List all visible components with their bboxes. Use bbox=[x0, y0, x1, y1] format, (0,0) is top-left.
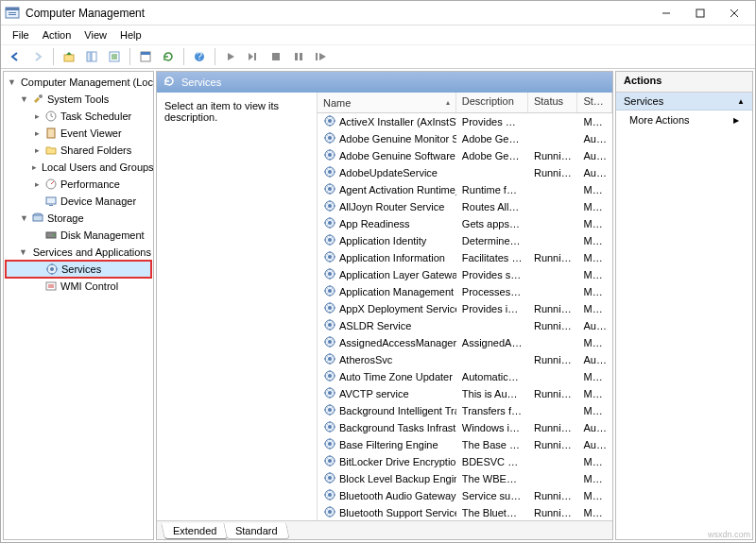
service-row[interactable]: App ReadinessGets apps re...Manu bbox=[318, 215, 612, 232]
actions-section-label: Services bbox=[624, 95, 663, 107]
column-name[interactable]: Name ▴ bbox=[318, 93, 456, 112]
tree-root-computer-management[interactable]: ▼ Computer Management (Local) bbox=[6, 74, 151, 91]
service-row[interactable]: ActiveX Installer (AxInstSV)Provides Use… bbox=[318, 113, 612, 130]
gear-icon bbox=[323, 182, 336, 197]
tree-system-tools[interactable]: ▼ System Tools bbox=[6, 91, 151, 108]
tree-wmi-control[interactable]: WMI Control bbox=[6, 278, 151, 295]
tab-extended[interactable]: Extended bbox=[161, 523, 229, 539]
maximize-button[interactable] bbox=[683, 2, 717, 25]
back-button[interactable] bbox=[5, 46, 26, 67]
service-startup: Autor bbox=[577, 150, 612, 161]
minimize-button[interactable] bbox=[649, 2, 683, 25]
navigation-tree[interactable]: ▼ Computer Management (Local) ▼ System T… bbox=[3, 71, 154, 540]
service-row[interactable]: ASLDR ServiceRunningAutor bbox=[318, 317, 612, 334]
service-row[interactable]: Background Tasks Infrastruc...Windows in… bbox=[318, 419, 612, 436]
actions-section[interactable]: Services ▲ bbox=[616, 93, 752, 110]
service-status: Running bbox=[528, 388, 578, 399]
svg-rect-3 bbox=[9, 14, 16, 15]
expand-icon[interactable]: ▸ bbox=[32, 145, 43, 156]
tree-label: Device Manager bbox=[60, 195, 136, 207]
service-row[interactable]: AVCTP serviceThis is Audio...RunningManu bbox=[318, 385, 612, 402]
service-row[interactable]: Application InformationFacilitates th...… bbox=[318, 249, 612, 266]
collapse-icon[interactable]: ▼ bbox=[19, 213, 29, 224]
refresh-icon[interactable] bbox=[163, 75, 176, 90]
services-list[interactable]: ActiveX Installer (AxInstSV)Provides Use… bbox=[318, 113, 612, 520]
details-title: Services bbox=[181, 76, 221, 88]
svg-point-82 bbox=[328, 442, 332, 446]
service-row[interactable]: AppX Deployment Service (A...Provides in… bbox=[318, 300, 612, 317]
expand-icon[interactable]: ▸ bbox=[32, 179, 43, 190]
device-icon bbox=[44, 195, 58, 208]
tree-device-manager[interactable]: Device Manager bbox=[6, 193, 151, 210]
pause-then-start-button[interactable] bbox=[243, 46, 264, 67]
svg-point-64 bbox=[328, 289, 332, 293]
service-row[interactable]: AllJoyn Router ServiceRoutes AllJo...Man… bbox=[318, 198, 612, 215]
gear-icon bbox=[323, 267, 336, 282]
tree-local-users[interactable]: ▸Local Users and Groups bbox=[6, 159, 151, 176]
svg-point-52 bbox=[328, 187, 332, 191]
service-row[interactable]: Bluetooth Audio Gateway Se...Service sup… bbox=[318, 487, 612, 504]
svg-point-56 bbox=[328, 221, 332, 225]
service-description: The WBENGI... bbox=[456, 473, 528, 484]
svg-rect-30 bbox=[46, 197, 56, 204]
service-row[interactable]: Adobe Genuine Software Int...Adobe Genui… bbox=[318, 147, 612, 164]
export-list-button[interactable] bbox=[104, 46, 125, 67]
refresh-button[interactable] bbox=[158, 46, 179, 67]
svg-point-44 bbox=[328, 119, 332, 123]
book-icon bbox=[44, 127, 58, 140]
service-status: Running bbox=[528, 507, 578, 518]
service-row[interactable]: Application Layer Gateway S...Provides s… bbox=[318, 266, 612, 283]
service-row[interactable]: Auto Time Zone UpdaterAutomaticall...Man… bbox=[318, 368, 612, 385]
tree-disk-management[interactable]: Disk Management bbox=[6, 227, 151, 244]
menu-action[interactable]: Action bbox=[37, 27, 77, 42]
forward-button[interactable] bbox=[27, 46, 48, 67]
service-row[interactable]: AtherosSvcRunningAutor bbox=[318, 351, 612, 368]
service-row[interactable]: BitLocker Drive Encryption S...BDESVC ho… bbox=[318, 453, 612, 470]
column-startup[interactable]: Startu bbox=[577, 93, 612, 112]
expand-icon[interactable]: ▸ bbox=[32, 111, 43, 122]
tree-task-scheduler[interactable]: ▸Task Scheduler bbox=[6, 108, 151, 125]
column-status[interactable]: Status bbox=[528, 93, 578, 112]
service-row[interactable]: Application IdentityDetermines ...Manu bbox=[318, 232, 612, 249]
service-row[interactable]: Agent Activation Runtime_e...Runtime for… bbox=[318, 181, 612, 198]
tree-services-applications[interactable]: ▼Services and Applications bbox=[6, 244, 151, 261]
service-row[interactable]: Application ManagementProcesses in...Man… bbox=[318, 283, 612, 300]
tree-performance[interactable]: ▸Performance bbox=[6, 176, 151, 193]
restart-service-button[interactable] bbox=[311, 46, 332, 67]
tree-services[interactable]: Services bbox=[6, 261, 151, 278]
expand-icon[interactable]: ▸ bbox=[32, 162, 37, 173]
properties-button[interactable] bbox=[135, 46, 156, 67]
help-button[interactable]: ? bbox=[189, 46, 210, 67]
pause-service-button[interactable] bbox=[288, 46, 309, 67]
tree-shared-folders[interactable]: ▸Shared Folders bbox=[6, 142, 151, 159]
expand-icon[interactable]: ▸ bbox=[32, 128, 43, 139]
service-row[interactable]: Adobe Genuine Monitor Ser...Adobe Genui.… bbox=[318, 130, 612, 147]
collapse-icon[interactable]: ▼ bbox=[19, 247, 27, 258]
collapse-icon[interactable]: ▼ bbox=[8, 77, 16, 88]
service-row[interactable]: AdobeUpdateServiceRunningAutor bbox=[318, 164, 612, 181]
tree-storage[interactable]: ▼Storage bbox=[6, 210, 151, 227]
service-row[interactable]: Background Intelligent Tran...Transfers … bbox=[318, 402, 612, 419]
menu-file[interactable]: File bbox=[7, 27, 35, 42]
collapse-icon[interactable]: ▼ bbox=[19, 94, 29, 105]
menu-view[interactable]: View bbox=[78, 27, 112, 42]
service-row[interactable]: Base Filtering EngineThe Base Filt...Run… bbox=[318, 436, 612, 453]
menu-help[interactable]: Help bbox=[114, 27, 147, 42]
svg-point-62 bbox=[328, 272, 332, 276]
up-button[interactable] bbox=[59, 46, 79, 67]
title-bar: Computer Management bbox=[1, 1, 755, 25]
stop-service-button[interactable] bbox=[266, 46, 286, 67]
service-row[interactable]: AssignedAccessManager Ser...AssignedAcc.… bbox=[318, 334, 612, 351]
column-description[interactable]: Description bbox=[456, 93, 528, 112]
close-button[interactable] bbox=[717, 2, 751, 25]
start-service-button[interactable] bbox=[220, 46, 241, 67]
actions-more[interactable]: More Actions ▶ bbox=[616, 110, 752, 129]
service-status: Running bbox=[528, 252, 578, 263]
tree-event-viewer[interactable]: ▸Event Viewer bbox=[6, 125, 151, 142]
service-row[interactable]: Block Level Backup Engine S...The WBENGI… bbox=[318, 470, 612, 487]
svg-rect-42 bbox=[46, 282, 56, 290]
tab-standard[interactable]: Standard bbox=[224, 523, 290, 539]
show-hide-button[interactable] bbox=[81, 46, 102, 67]
svg-rect-18 bbox=[295, 53, 298, 60]
service-row[interactable]: Bluetooth Support ServiceThe Bluetoo...R… bbox=[318, 504, 612, 520]
